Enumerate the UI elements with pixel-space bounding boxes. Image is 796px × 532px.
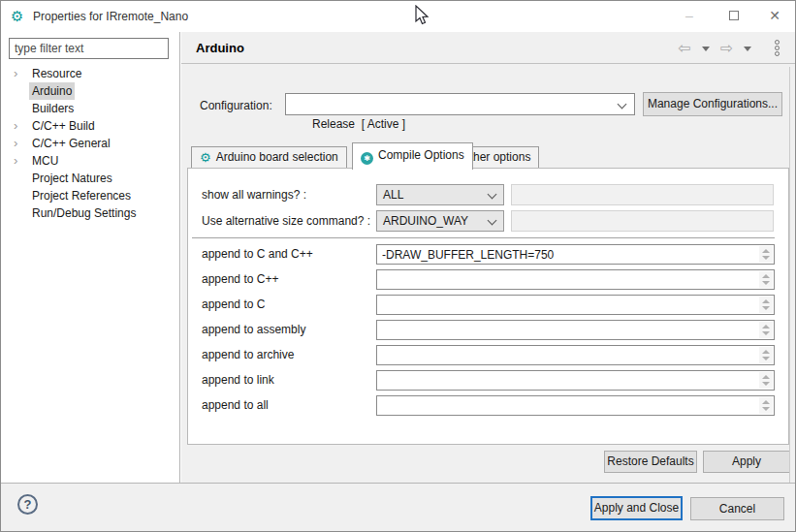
sidebar-item-label: Project Natures (29, 170, 115, 187)
configuration-value: Release [ Active ] (312, 117, 405, 131)
sidebar-item-label: Project References (29, 187, 134, 204)
warnings-select[interactable]: ALL (376, 184, 504, 205)
maximize-icon (729, 11, 739, 20)
sidebar-item-label: MCU (29, 152, 61, 170)
sidebar-item-label: C/C++ General (29, 135, 113, 152)
titlebar[interactable]: ⚙ Properties for IRremote_Nano – ✕ (1, 1, 795, 32)
spinner-icon[interactable] (759, 297, 773, 313)
properties-tree: › Resource Arduino Builders › C/C++ Buil… (1, 65, 179, 222)
append-c-label: append to C (202, 294, 265, 315)
append-link-input[interactable] (377, 371, 758, 390)
separator (192, 237, 775, 238)
page-title: Arduino (196, 41, 244, 55)
maximize-button[interactable] (717, 1, 750, 31)
size-command-label: Use alternative size command? : (202, 210, 370, 232)
spinner-icon[interactable] (759, 347, 773, 363)
chevron-right-icon[interactable]: › (14, 135, 23, 152)
app-gear-icon: ⚙ (11, 8, 27, 24)
close-button[interactable]: ✕ (758, 1, 791, 31)
append-all-label: append to all (202, 394, 269, 416)
sidebar: › Resource Arduino Builders › C/C++ Buil… (1, 32, 180, 483)
window-title: Properties for IRremote_Nano (33, 10, 188, 23)
forward-dropdown-icon[interactable] (744, 47, 751, 51)
append-archive-label: append to archive (202, 344, 294, 365)
append-all-field-wrap (376, 395, 775, 416)
gear-icon: ⚙ (200, 150, 211, 165)
append-cpp-field-wrap (376, 269, 775, 290)
chevron-down-icon (618, 100, 627, 110)
append-c-cpp-label: append to C and C++ (202, 243, 313, 265)
mouse-cursor (415, 5, 430, 28)
cancel-button[interactable]: Cancel (690, 497, 784, 520)
spinner-icon[interactable] (759, 322, 773, 338)
apply-and-close-button[interactable]: Apply and Close (590, 496, 683, 520)
back-dropdown-icon[interactable] (702, 47, 710, 51)
sidebar-item-project-natures[interactable]: Project Natures (1, 170, 179, 187)
configuration-label: Configuration: (200, 95, 272, 116)
append-cpp-input[interactable] (377, 270, 758, 289)
filter-input[interactable] (9, 38, 169, 59)
chevron-down-icon (488, 190, 497, 200)
size-command-select[interactable]: ARDUINO_WAY (376, 210, 504, 232)
sidebar-item-label: Builders (29, 100, 77, 117)
properties-dialog: ⚙ Properties for IRremote_Nano – ✕ › Res… (0, 0, 796, 532)
tab-arduino-board-selection[interactable]: ⚙Arduino board selection (191, 146, 347, 169)
append-link-field-wrap (376, 370, 775, 391)
tab-compile-options[interactable]: ✱Compile Options (352, 142, 473, 170)
manage-configurations-button[interactable]: Manage Configurations... (643, 92, 782, 116)
main-panel: Arduino ⇦ ⇨ Configuration: Release [ Act… (181, 32, 796, 483)
sidebar-item-resource[interactable]: › Resource (1, 65, 179, 82)
gear-disc-icon: ✱ (361, 152, 373, 165)
view-menu-icon[interactable] (773, 40, 780, 57)
tab-label: other options (463, 150, 530, 164)
help-button[interactable]: ? (17, 494, 38, 515)
append-link-label: append to link (202, 369, 274, 391)
append-c-input[interactable] (377, 296, 758, 314)
sidebar-item-project-references[interactable]: Project References (1, 187, 179, 204)
append-c-cpp-input[interactable] (377, 245, 758, 264)
sidebar-item-cpp-build[interactable]: › C/C++ Build (1, 117, 179, 135)
sidebar-item-label: C/C++ Build (29, 117, 98, 135)
append-assembly-input[interactable] (377, 321, 758, 339)
tab-label: Compile Options (378, 148, 464, 162)
configuration-select[interactable]: Release [ Active ] (285, 93, 635, 115)
size-command-value: ARDUINO_WAY (383, 214, 468, 228)
append-all-input[interactable] (377, 396, 758, 415)
append-archive-input[interactable] (377, 346, 758, 364)
chevron-right-icon[interactable]: › (14, 152, 23, 170)
compile-options-panel: show all warnings? : ALL Use alternative… (187, 168, 789, 445)
sidebar-item-run-debug[interactable]: Run/Debug Settings (1, 204, 179, 222)
append-c-field-wrap (376, 295, 775, 315)
append-c-cpp-field-wrap (376, 244, 775, 265)
spinner-icon[interactable] (759, 271, 773, 288)
warnings-extra-field (511, 184, 774, 205)
page-header: Arduino ⇦ ⇨ (181, 32, 796, 64)
spinner-icon[interactable] (759, 372, 773, 389)
sidebar-item-builders[interactable]: Builders (1, 100, 179, 117)
sidebar-item-label: Resource (29, 65, 84, 82)
append-cpp-label: append to C++ (202, 268, 278, 290)
append-assembly-field-wrap (376, 320, 775, 340)
restore-defaults-button[interactable]: Restore Defaults (604, 451, 697, 473)
append-archive-field-wrap (376, 345, 775, 365)
warnings-value: ALL (383, 188, 403, 202)
minimize-button[interactable]: – (673, 1, 706, 31)
sidebar-item-mcu[interactable]: › MCU (1, 152, 179, 170)
warnings-label: show all warnings? : (202, 184, 306, 205)
apply-button[interactable]: Apply (703, 451, 790, 473)
back-arrow-icon[interactable]: ⇦ (678, 40, 690, 57)
chevron-right-icon[interactable]: › (14, 117, 23, 135)
chevron-right-icon[interactable]: › (14, 65, 23, 82)
size-command-extra-field (511, 210, 774, 232)
sidebar-item-cpp-general[interactable]: › C/C++ General (1, 135, 179, 152)
divider (789, 67, 790, 483)
tab-label: Arduino board selection (216, 150, 338, 164)
sidebar-item-arduino[interactable]: Arduino (1, 82, 179, 100)
sidebar-item-label: Run/Debug Settings (29, 204, 139, 222)
bottom-bar: ? Apply and Close Cancel (1, 483, 795, 532)
forward-arrow-icon[interactable]: ⇨ (720, 40, 733, 57)
sidebar-item-label: Arduino (29, 82, 75, 100)
spinner-icon[interactable] (759, 397, 773, 414)
append-assembly-label: append to assembly (202, 319, 305, 340)
spinner-icon[interactable] (759, 246, 773, 263)
